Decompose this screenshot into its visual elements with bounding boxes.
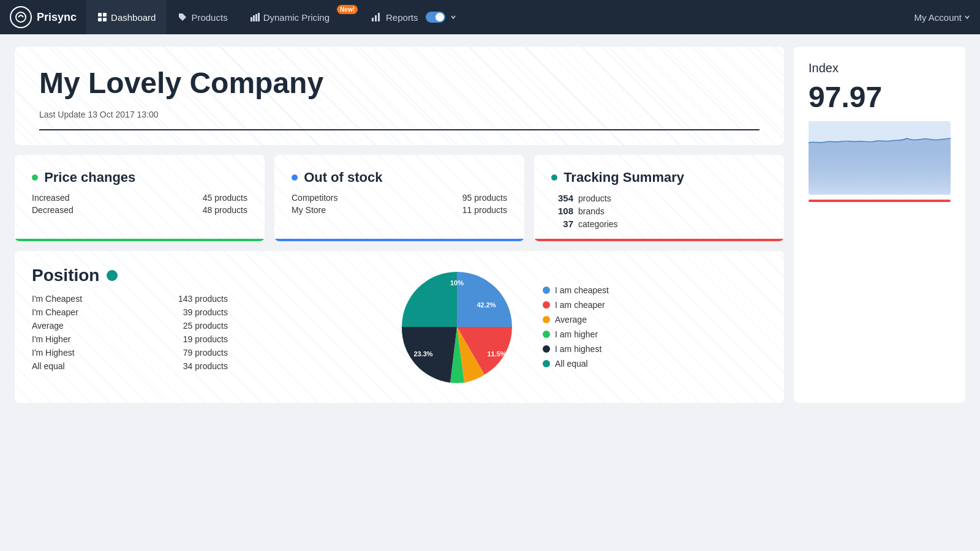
nav-dynamic-pricing[interactable]: Dynamic Pricing New!: [239, 0, 360, 34]
new-badge: New!: [337, 5, 358, 14]
list-item: I am higher: [543, 329, 609, 339]
products-count: 354: [551, 193, 573, 203]
allequal-legend-dot: [543, 360, 550, 367]
allequal-legend-label: All equal: [555, 359, 588, 369]
index-chart: [809, 121, 951, 388]
page-wrapper: My Lovely Company Last Update 13 Oct 201…: [0, 34, 980, 415]
account-label: My Account: [914, 12, 962, 23]
list-item: All equal 34 products: [32, 361, 228, 371]
list-item: I'm Higher 19 products: [32, 334, 228, 344]
nav-reports[interactable]: Reports: [360, 0, 467, 34]
out-of-stock-rows: Competitors 95 products My Store 11 prod…: [292, 193, 507, 215]
average-label: Average: [32, 321, 64, 331]
cheaper-label: I'm Cheaper: [32, 307, 78, 317]
account-menu[interactable]: My Account: [914, 12, 970, 23]
side-panel: Index 97.97: [794, 47, 965, 403]
svg-rect-7: [255, 14, 257, 21]
brands-label: brands: [578, 206, 605, 216]
table-row: My Store 11 products: [292, 205, 507, 215]
higher-label: I'm Higher: [32, 334, 70, 344]
list-item: I'm Highest 79 products: [32, 348, 228, 358]
svg-text:10%: 10%: [450, 279, 464, 287]
average-legend-dot: [543, 316, 550, 323]
svg-rect-10: [375, 15, 377, 21]
tracking-summary-card: Tracking Summary 354 products 108 brands…: [534, 155, 784, 241]
list-item: I am cheaper: [543, 300, 609, 310]
table-row: 37 categories: [551, 219, 767, 229]
index-card: Index 97.97: [794, 47, 965, 403]
products-label: products: [578, 193, 611, 203]
company-name: My Lovely Company: [39, 66, 760, 100]
cheapest-value: 143 products: [178, 294, 228, 304]
increased-value: 45 products: [203, 193, 247, 203]
svg-rect-1: [98, 13, 102, 17]
nav-dashboard[interactable]: Dashboard: [86, 0, 167, 34]
reports-toggle[interactable]: [426, 12, 445, 23]
svg-rect-8: [258, 13, 260, 21]
nav-products-label: Products: [191, 12, 227, 23]
position-rows: I'm Cheapest 143 products I'm Cheaper 39…: [32, 294, 228, 371]
cheaper-legend-dot: [543, 301, 550, 309]
table-row: 354 products: [551, 193, 767, 203]
table-row: Competitors 95 products: [292, 193, 507, 203]
svg-rect-9: [372, 18, 374, 21]
svg-rect-11: [378, 13, 380, 21]
table-row: Decreased 48 products: [32, 205, 247, 215]
higher-legend-label: I am higher: [555, 329, 598, 339]
tracking-rows: 354 products 108 brands 37 categories: [551, 193, 767, 229]
allequal-value: 34 products: [183, 361, 228, 371]
svg-text:23.3%: 23.3%: [413, 350, 432, 358]
brands-count: 108: [551, 206, 573, 216]
logo-icon: [10, 6, 32, 28]
list-item: I am cheapest: [543, 285, 609, 295]
svg-rect-6: [253, 15, 255, 21]
average-value: 25 products: [183, 321, 228, 331]
categories-label: categories: [578, 219, 618, 229]
out-of-stock-dot: [292, 174, 298, 181]
decreased-label: Decreased: [32, 205, 74, 215]
tag-icon: [178, 12, 187, 22]
cheaper-value: 39 products: [183, 307, 228, 317]
chart-icon: [371, 12, 381, 22]
allequal-label: All equal: [32, 361, 65, 371]
logo[interactable]: Prisync: [10, 6, 77, 28]
svg-text:42.2%: 42.2%: [477, 301, 496, 309]
svg-rect-3: [98, 18, 102, 21]
table-row: 108 brands: [551, 206, 767, 216]
higher-value: 19 products: [183, 334, 228, 344]
average-legend-label: Average: [555, 315, 587, 324]
table-row: Increased 45 products: [32, 193, 247, 203]
highest-value: 79 products: [183, 348, 228, 358]
main-nav: Prisync Dashboard Products Dynamic Prici…: [0, 0, 980, 34]
out-of-stock-card: Out of stock Competitors 95 products My …: [274, 155, 524, 241]
increased-label: Increased: [32, 193, 69, 203]
list-item: Average: [543, 315, 609, 324]
decreased-value: 48 products: [203, 205, 247, 215]
cheapest-legend-label: I am cheapest: [555, 285, 609, 295]
last-update: Last Update 13 Oct 2017 13:00: [39, 110, 760, 119]
cheapest-label: I'm Cheapest: [32, 294, 82, 304]
highest-label: I'm Highest: [32, 348, 75, 358]
price-changes-card: Price changes Increased 45 products Decr…: [15, 155, 265, 241]
position-dot: [107, 270, 118, 281]
mystore-label: My Store: [292, 205, 326, 215]
nav-products[interactable]: Products: [167, 0, 238, 34]
competitors-label: Competitors: [292, 193, 337, 203]
toggle-knob: [435, 13, 444, 21]
higher-legend-dot: [543, 331, 550, 338]
logo-text: Prisync: [37, 11, 77, 24]
competitors-value: 95 products: [462, 193, 507, 203]
index-chart-area: [809, 121, 951, 195]
position-title: Position: [32, 266, 228, 285]
list-item: Average 25 products: [32, 321, 228, 331]
main-content: My Lovely Company Last Update 13 Oct 201…: [15, 47, 784, 403]
pie-chart: 42.2% 11.5% 23.3% 10%: [396, 266, 518, 388]
pie-section: 42.2% 11.5% 23.3% 10% I am cheapest I am…: [238, 266, 767, 388]
price-changes-rows: Increased 45 products Decreased 48 produ…: [32, 193, 247, 215]
position-section: Position I'm Cheapest 143 products I'm C…: [32, 266, 228, 388]
price-changes-dot: [32, 174, 38, 181]
cheapest-legend-dot: [543, 287, 550, 294]
svg-text:11.5%: 11.5%: [487, 350, 506, 358]
svg-rect-4: [103, 18, 107, 21]
nav-reports-label: Reports: [386, 12, 418, 23]
